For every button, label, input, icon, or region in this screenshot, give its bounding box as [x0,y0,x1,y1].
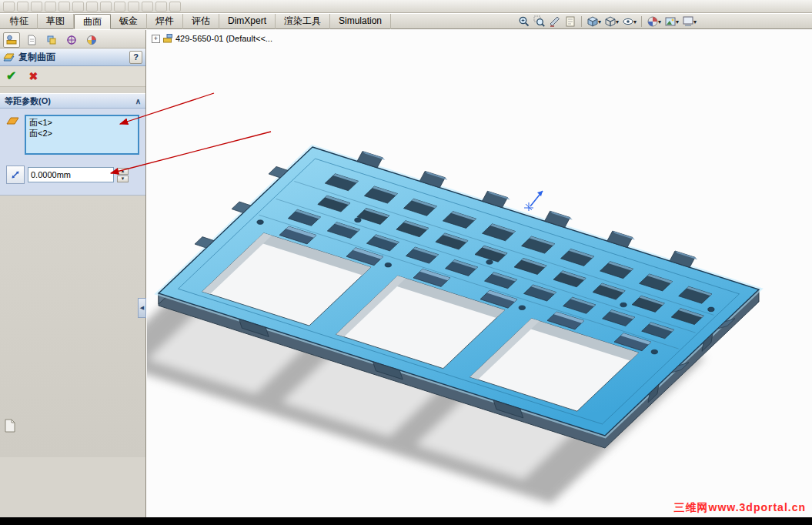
toolbar-button[interactable] [142,2,153,12]
collapse-chevron-icon: ∧ [135,97,141,105]
offset-spinner: ▲ ▼ [117,168,129,182]
view-orientation-icon[interactable]: ▾ [586,15,602,28]
section-view-icon[interactable] [548,15,562,28]
edit-appearance-icon[interactable]: ▾ [646,15,662,28]
toolbar-button[interactable] [58,2,70,12]
featuremanager-tab[interactable] [23,32,40,48]
toolbar-button[interactable] [100,2,112,12]
dropdown-arrow-icon: ▾ [676,18,679,25]
top-toolbar [0,0,812,13]
toolbar-button[interactable] [155,2,167,12]
configurationmanager-tab[interactable] [43,32,60,48]
flip-offset-button[interactable] [6,166,25,184]
toolbar-separator [581,16,582,27]
displaymanager-tab[interactable] [83,32,100,48]
tab-dimxpert[interactable]: DimXpert [219,14,276,29]
toolbar-button[interactable] [72,2,84,12]
copy-surface-icon [3,52,15,62]
dropdown-arrow-icon: ▾ [616,18,619,25]
dropdown-arrow-icon: ▾ [693,18,697,25]
commandmanager-tab-row: 特征 草图 曲面 钣金 焊件 评估 DimXpert 渲染工具 Simulati… [0,14,812,29]
selected-face-item[interactable]: 面<2> [29,128,135,139]
toolbar-separator [641,16,642,27]
toolbar-button[interactable] [169,2,181,12]
tab-simulation[interactable]: Simulation [330,14,391,29]
toolbar-button[interactable] [45,2,56,12]
dropdown-arrow-icon: ▾ [633,18,637,25]
flip-direction-icon [10,169,21,180]
toolbar-button[interactable] [128,2,139,12]
toolbar-button[interactable] [3,2,15,12]
spin-down-button[interactable]: ▼ [117,176,129,182]
face-selection-icon [6,115,20,127]
display-style-icon[interactable]: ▾ [603,15,620,28]
part-icon [162,33,173,44]
status-bar [0,517,812,525]
tab-features[interactable]: 特征 [2,14,38,29]
watermark-text: 三维网www.3dportal.cn [674,501,807,515]
ok-cancel-bar: ✔ ✖ [0,66,145,87]
toolbar-button[interactable] [86,2,98,12]
zoom-to-fit-icon[interactable] [517,15,531,28]
panel-tab-bar [0,30,145,48]
help-button[interactable]: ? [129,51,142,64]
ok-button[interactable]: ✔ [6,70,16,82]
heads-up-view-toolbar: ▾ ▾ ▾ ▾ ▾ ▾ [517,15,697,28]
toolbar-button[interactable] [31,2,42,12]
tab-evaluate[interactable]: 评估 [183,14,219,29]
hide-show-items-icon[interactable]: ▾ [621,15,637,28]
face-selection-list[interactable]: 面<1> 面<2> [25,115,139,155]
commandmanager-tabs: 特征 草图 曲面 钣金 焊件 评估 DimXpert 渲染工具 Simulati… [2,14,391,29]
annotations-icon[interactable] [563,15,577,28]
panel-spacer [0,87,145,93]
tab-sheet-metal[interactable]: 钣金 [111,14,147,29]
cancel-button[interactable]: ✖ [28,71,38,82]
apply-scene-icon[interactable]: ▾ [663,15,680,28]
selected-face-item[interactable]: 面<1> [29,117,135,128]
document-icon[interactable] [4,419,16,436]
graphics-viewport[interactable]: + 429-5650-01 (Default<<... 三维网www.3dpor… [147,30,812,517]
tab-surfaces[interactable]: 曲面 [74,14,111,29]
tab-weldments[interactable]: 焊件 [147,14,183,29]
dimxpertmanager-tab[interactable] [63,32,80,48]
view-settings-icon[interactable]: ▾ [681,15,697,28]
property-manager-panel: 复制曲面 ? ✔ ✖ 等距参数(O) ∧ 面<1> 面<2> [0,30,146,517]
propertymanager-title-bar: 复制曲面 ? [0,48,145,66]
panel-empty-area [0,196,145,457]
spin-up-button[interactable]: ▲ [117,168,129,175]
dropdown-arrow-icon: ▾ [598,18,601,25]
panel-title: 复制曲面 [18,51,126,64]
propertymanager-tab[interactable] [3,32,20,48]
section-label: 等距参数(O) [5,95,51,107]
offset-parameters-header[interactable]: 等距参数(O) ∧ [0,93,145,109]
part-3d-model[interactable] [147,30,812,517]
tab-render-tools[interactable]: 渲染工具 [276,14,330,29]
offset-parameters-body: 面<1> 面<2> ▲ ▼ [0,109,145,196]
offset-distance-input[interactable] [28,167,114,182]
zoom-area-icon[interactable] [533,15,546,28]
flyout-feature-tree[interactable]: + 429-5650-01 (Default<<... [152,33,272,44]
tree-expand-icon[interactable]: + [152,35,160,43]
solidworks-window: 特征 草图 曲面 钣金 焊件 评估 DimXpert 渲染工具 Simulati… [0,0,812,525]
toolbar-button[interactable] [17,2,28,12]
dropdown-arrow-icon: ▾ [658,18,661,25]
tab-sketch[interactable]: 草图 [38,14,74,29]
toolbar-button[interactable] [114,2,125,12]
part-name-label: 429-5650-01 (Default<<... [175,34,272,43]
panel-collapse-arrow[interactable]: ◀ [138,298,146,318]
